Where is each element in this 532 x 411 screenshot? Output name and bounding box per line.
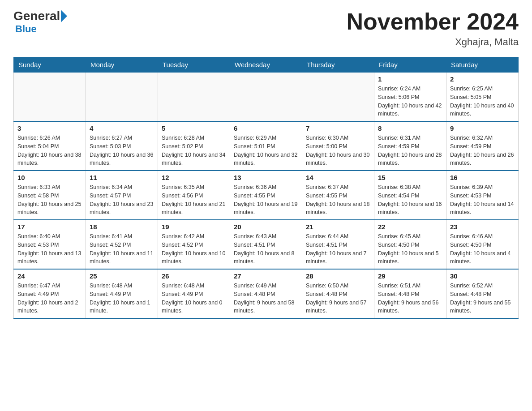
- day-number: 20: [234, 223, 298, 231]
- calendar-cell: 19Sunrise: 6:42 AMSunset: 4:52 PMDayligh…: [158, 220, 230, 269]
- calendar-cell: 23Sunrise: 6:46 AMSunset: 4:50 PMDayligh…: [446, 220, 519, 269]
- day-info: Sunrise: 6:43 AMSunset: 4:51 PMDaylight:…: [234, 232, 298, 266]
- calendar-cell: 27Sunrise: 6:49 AMSunset: 4:48 PMDayligh…: [230, 269, 302, 318]
- calendar-cell: 30Sunrise: 6:52 AMSunset: 4:48 PMDayligh…: [446, 269, 519, 318]
- day-of-week-monday: Monday: [86, 57, 158, 73]
- day-number: 12: [162, 174, 226, 181]
- day-number: 26: [162, 272, 226, 280]
- calendar-cell: 20Sunrise: 6:43 AMSunset: 4:51 PMDayligh…: [230, 220, 302, 269]
- week-row-1: 1Sunrise: 6:24 AMSunset: 5:06 PMDaylight…: [14, 73, 519, 122]
- day-info: Sunrise: 6:33 AMSunset: 4:58 PMDaylight:…: [17, 183, 82, 217]
- day-number: 5: [162, 124, 226, 132]
- day-number: 1: [378, 75, 442, 83]
- calendar-cell: 21Sunrise: 6:44 AMSunset: 4:51 PMDayligh…: [302, 220, 374, 269]
- calendar-cell: [86, 73, 158, 122]
- day-of-week-tuesday: Tuesday: [158, 57, 230, 73]
- calendar-cell: [14, 73, 86, 122]
- day-number: 9: [450, 124, 515, 132]
- day-number: 16: [450, 174, 515, 181]
- day-number: 25: [90, 272, 154, 280]
- day-info: Sunrise: 6:25 AMSunset: 5:05 PMDaylight:…: [450, 85, 515, 118]
- calendar-cell: 7Sunrise: 6:30 AMSunset: 5:00 PMDaylight…: [302, 121, 374, 171]
- logo-general: General: [13, 9, 60, 23]
- day-of-week-sunday: Sunday: [14, 57, 86, 73]
- day-number: 30: [450, 272, 515, 280]
- calendar-cell: 22Sunrise: 6:45 AMSunset: 4:50 PMDayligh…: [374, 220, 446, 269]
- day-number: 3: [17, 124, 82, 132]
- day-number: 29: [378, 272, 442, 280]
- calendar-cell: 6Sunrise: 6:29 AMSunset: 5:01 PMDaylight…: [230, 121, 302, 171]
- calendar-cell: 14Sunrise: 6:37 AMSunset: 4:55 PMDayligh…: [302, 171, 374, 220]
- day-number: 22: [378, 223, 442, 231]
- day-info: Sunrise: 6:45 AMSunset: 4:50 PMDaylight:…: [378, 232, 442, 266]
- calendar-cell: 5Sunrise: 6:28 AMSunset: 5:02 PMDaylight…: [158, 121, 230, 171]
- logo: General Blue: [13, 9, 67, 35]
- day-number: 27: [234, 272, 298, 280]
- day-info: Sunrise: 6:31 AMSunset: 4:59 PMDaylight:…: [378, 134, 442, 167]
- day-number: 15: [378, 174, 442, 181]
- calendar-cell: 11Sunrise: 6:34 AMSunset: 4:57 PMDayligh…: [86, 171, 158, 220]
- title-block: November 2024 Xghajra, Malta: [347, 9, 519, 48]
- calendar-cell: 16Sunrise: 6:39 AMSunset: 4:53 PMDayligh…: [446, 171, 519, 220]
- page-header: General Blue November 2024 Xghajra, Malt…: [13, 9, 519, 48]
- day-number: 2: [450, 75, 515, 83]
- day-number: 18: [90, 223, 154, 231]
- day-number: 10: [17, 174, 82, 181]
- day-info: Sunrise: 6:39 AMSunset: 4:53 PMDaylight:…: [450, 183, 515, 217]
- calendar-cell: 24Sunrise: 6:47 AMSunset: 4:49 PMDayligh…: [14, 269, 86, 318]
- day-of-week-thursday: Thursday: [302, 57, 374, 73]
- day-number: 19: [162, 223, 226, 231]
- day-info: Sunrise: 6:32 AMSunset: 4:59 PMDaylight:…: [450, 134, 515, 167]
- calendar-cell: 26Sunrise: 6:48 AMSunset: 4:49 PMDayligh…: [158, 269, 230, 318]
- day-info: Sunrise: 6:37 AMSunset: 4:55 PMDaylight:…: [306, 183, 370, 217]
- day-of-week-wednesday: Wednesday: [230, 57, 302, 73]
- calendar-cell: 3Sunrise: 6:26 AMSunset: 5:04 PMDaylight…: [14, 121, 86, 171]
- day-number: 17: [17, 223, 82, 231]
- calendar-cell: 10Sunrise: 6:33 AMSunset: 4:58 PMDayligh…: [14, 171, 86, 220]
- day-info: Sunrise: 6:24 AMSunset: 5:06 PMDaylight:…: [378, 85, 442, 118]
- calendar-cell: 15Sunrise: 6:38 AMSunset: 4:54 PMDayligh…: [374, 171, 446, 220]
- month-title: November 2024: [347, 9, 519, 34]
- day-number: 28: [306, 272, 370, 280]
- week-row-2: 3Sunrise: 6:26 AMSunset: 5:04 PMDaylight…: [14, 121, 519, 171]
- day-info: Sunrise: 6:46 AMSunset: 4:50 PMDaylight:…: [450, 232, 515, 266]
- calendar-cell: 28Sunrise: 6:50 AMSunset: 4:48 PMDayligh…: [302, 269, 374, 318]
- calendar-cell: 18Sunrise: 6:41 AMSunset: 4:52 PMDayligh…: [86, 220, 158, 269]
- day-number: 7: [306, 124, 370, 132]
- day-number: 8: [378, 124, 442, 132]
- week-row-5: 24Sunrise: 6:47 AMSunset: 4:49 PMDayligh…: [14, 269, 519, 318]
- day-number: 24: [17, 272, 82, 280]
- day-number: 6: [234, 124, 298, 132]
- day-info: Sunrise: 6:47 AMSunset: 4:49 PMDaylight:…: [17, 282, 82, 315]
- day-number: 11: [90, 174, 154, 181]
- day-info: Sunrise: 6:48 AMSunset: 4:49 PMDaylight:…: [90, 282, 154, 315]
- day-of-week-saturday: Saturday: [446, 57, 519, 73]
- day-info: Sunrise: 6:49 AMSunset: 4:48 PMDaylight:…: [234, 282, 298, 315]
- day-info: Sunrise: 6:38 AMSunset: 4:54 PMDaylight:…: [378, 183, 442, 217]
- day-info: Sunrise: 6:35 AMSunset: 4:56 PMDaylight:…: [162, 183, 226, 217]
- day-number: 13: [234, 174, 298, 181]
- calendar-cell: 2Sunrise: 6:25 AMSunset: 5:05 PMDaylight…: [446, 73, 519, 122]
- day-of-week-friday: Friday: [374, 57, 446, 73]
- day-info: Sunrise: 6:28 AMSunset: 5:02 PMDaylight:…: [162, 134, 226, 167]
- day-info: Sunrise: 6:26 AMSunset: 5:04 PMDaylight:…: [17, 134, 82, 167]
- day-info: Sunrise: 6:41 AMSunset: 4:52 PMDaylight:…: [90, 232, 154, 266]
- calendar-cell: 8Sunrise: 6:31 AMSunset: 4:59 PMDaylight…: [374, 121, 446, 171]
- calendar-cell: 13Sunrise: 6:36 AMSunset: 4:55 PMDayligh…: [230, 171, 302, 220]
- day-info: Sunrise: 6:42 AMSunset: 4:52 PMDaylight:…: [162, 232, 226, 266]
- logo-blue: Blue: [15, 23, 37, 35]
- day-number: 14: [306, 174, 370, 181]
- logo-triangle-icon: [61, 10, 67, 22]
- calendar-cell: 9Sunrise: 6:32 AMSunset: 4:59 PMDaylight…: [446, 121, 519, 171]
- week-row-4: 17Sunrise: 6:40 AMSunset: 4:53 PMDayligh…: [14, 220, 519, 269]
- calendar-cell: 12Sunrise: 6:35 AMSunset: 4:56 PMDayligh…: [158, 171, 230, 220]
- calendar-body: 1Sunrise: 6:24 AMSunset: 5:06 PMDaylight…: [14, 73, 519, 319]
- day-number: 4: [90, 124, 154, 132]
- calendar-cell: [302, 73, 374, 122]
- day-info: Sunrise: 6:44 AMSunset: 4:51 PMDaylight:…: [306, 232, 370, 266]
- day-info: Sunrise: 6:48 AMSunset: 4:49 PMDaylight:…: [162, 282, 226, 315]
- day-info: Sunrise: 6:30 AMSunset: 5:00 PMDaylight:…: [306, 134, 370, 167]
- day-info: Sunrise: 6:27 AMSunset: 5:03 PMDaylight:…: [90, 134, 154, 167]
- day-info: Sunrise: 6:50 AMSunset: 4:48 PMDaylight:…: [306, 282, 370, 315]
- day-info: Sunrise: 6:29 AMSunset: 5:01 PMDaylight:…: [234, 134, 298, 167]
